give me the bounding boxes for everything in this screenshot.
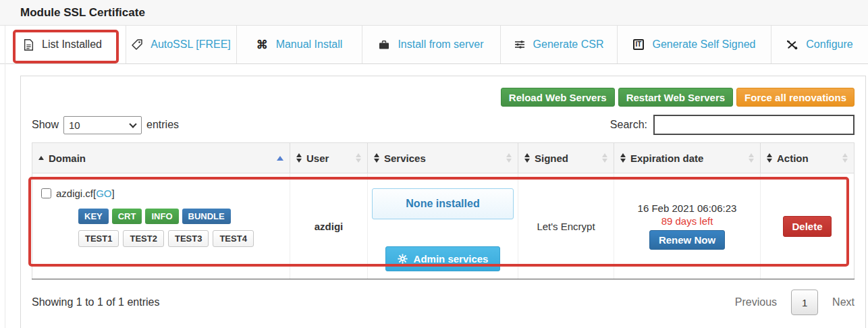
expiration-date: 16 Feb 2021 06:06:23 [614,202,760,214]
tab-bar: List Installed AutoSSL [FREE] ⌘ Manual I… [0,26,868,64]
info-badge[interactable]: INFO [145,209,178,224]
domain-cell: azdigi.cf[GO] KEY CRT INFO BUNDLE TEST1 … [32,173,290,279]
text-frame-icon: IT [633,39,645,50]
tab-label: Manual Install [276,38,343,51]
column-header-domain[interactable]: Domain [32,143,290,173]
sliders-icon [514,40,525,49]
column-label: User [306,153,329,164]
server-actions-toolbar: Reload Web Servers Restart Web Servers F… [32,88,855,107]
entries-label: entries [146,119,179,131]
entries-summary: Showing 1 to 1 of 1 entries [32,296,159,308]
column-header-expiration-date[interactable]: Expiration date [614,143,761,173]
search-input[interactable] [653,115,855,135]
table-footer: Showing 1 to 1 of 1 entries Previous 1 N… [32,290,855,315]
tab-label: Generate CSR [533,38,604,51]
user-cell: azdigi [290,173,368,279]
tab-manual-install[interactable]: ⌘ Manual Install [237,26,362,63]
go-link[interactable]: GO [96,188,111,199]
search-control: Search: [610,115,855,135]
admin-services-label: Admin services [414,253,489,265]
days-left-text: 89 days left [614,215,760,227]
list-installed-panel: Reload Web Servers Restart Web Servers F… [20,76,866,328]
page-number-button[interactable]: 1 [791,290,818,315]
signed-cell: Let's Encrypt [518,173,614,279]
sort-icon [767,153,772,163]
bundle-badge[interactable]: BUNDLE [182,209,231,224]
ssl-certificate-module: Module SSL Certificate List Installed Au… [0,0,868,328]
renew-now-button[interactable]: Renew Now [649,230,725,250]
tab-label: AutoSSL [FREE] [151,38,231,51]
crt-badge[interactable]: CRT [112,209,142,224]
sort-icon [842,153,848,163]
delete-button[interactable]: Delete [783,216,831,237]
test-buttons: TEST1 TEST2 TEST3 TEST4 [78,230,281,247]
column-label: Domain [49,153,86,164]
tab-autossl[interactable]: AutoSSL [FREE] [126,26,237,63]
next-page-button[interactable]: Next [832,296,855,308]
certificate-badges: KEY CRT INFO BUNDLE [78,209,281,224]
column-header-services[interactable]: Services [368,143,518,173]
sort-icon [524,153,530,163]
table-header-row: Domain User Serv [32,143,855,173]
show-label: Show [32,119,59,131]
sort-icon [356,153,361,163]
table-row: azdigi.cf[GO] KEY CRT INFO BUNDLE TEST1 … [32,173,855,279]
force-all-renovations-button[interactable]: Force all renovations [736,88,855,107]
tab-label: Install from server [398,38,483,51]
tab-list-installed[interactable]: List Installed [0,26,126,63]
column-label: Expiration date [630,153,703,164]
column-header-user[interactable]: User [290,143,368,173]
page-size-select[interactable]: 10 [63,116,142,134]
title-bar: Module SSL Certificate [0,0,868,26]
column-header-action[interactable]: Action [761,143,855,173]
page-size-control: Show 10 entries [32,116,179,134]
gear-icon [398,254,408,264]
tools-icon [786,40,798,50]
tab-install-from-server[interactable]: Install from server [362,26,501,63]
test3-button[interactable]: TEST3 [168,230,209,247]
tab-generate-self-signed[interactable]: IT Generate Self Signed [618,26,771,63]
bracket-close: ] [112,188,115,199]
sort-icon [506,153,512,163]
table-controls: Show 10 entries Search: [32,115,855,135]
action-cell: Delete [761,173,855,279]
search-label: Search: [610,119,647,131]
sort-icon [296,153,302,163]
services-cell: None installed [368,173,518,279]
sort-icon [374,153,379,163]
tab-label: Configure [806,38,852,51]
domain-name: azdigi.cf [56,188,93,199]
tag-icon [132,39,142,50]
sort-icon [620,153,626,163]
sort-asc-icon [38,156,44,160]
certificates-table: Domain User Serv [32,142,855,279]
row-checkbox[interactable] [41,188,51,198]
column-label: Services [384,153,426,164]
page-title: Module SSL Certificate [20,6,145,20]
sort-icon [602,153,607,163]
tab-label: Generate Self Signed [652,38,755,51]
column-header-signed[interactable]: Signed [518,143,614,173]
sort-active-icon [277,156,283,161]
expiration-cell: 16 Feb 2021 06:06:23 89 days left Renew … [614,173,761,279]
briefcase-icon [379,40,389,50]
document-icon [24,39,34,51]
key-badge[interactable]: KEY [78,209,109,224]
admin-services-button[interactable]: Admin services [385,246,500,271]
tab-generate-csr[interactable]: Generate CSR [501,26,618,63]
command-icon: ⌘ [256,38,268,52]
tab-configure[interactable]: Configure [771,26,868,63]
page-left-border [5,26,5,328]
column-label: Action [777,153,809,164]
reload-web-servers-button[interactable]: Reload Web Servers [501,88,615,107]
tab-label: List Installed [42,38,102,51]
sort-icon [749,153,754,163]
test1-button[interactable]: TEST1 [78,230,119,247]
services-status: None installed [372,188,514,219]
pagination: Previous 1 Next [735,290,855,315]
test2-button[interactable]: TEST2 [123,230,163,247]
test4-button[interactable]: TEST4 [213,230,253,247]
column-label: Signed [535,153,568,164]
previous-page-button[interactable]: Previous [735,296,777,308]
restart-web-servers-button[interactable]: Restart Web Servers [618,88,733,107]
